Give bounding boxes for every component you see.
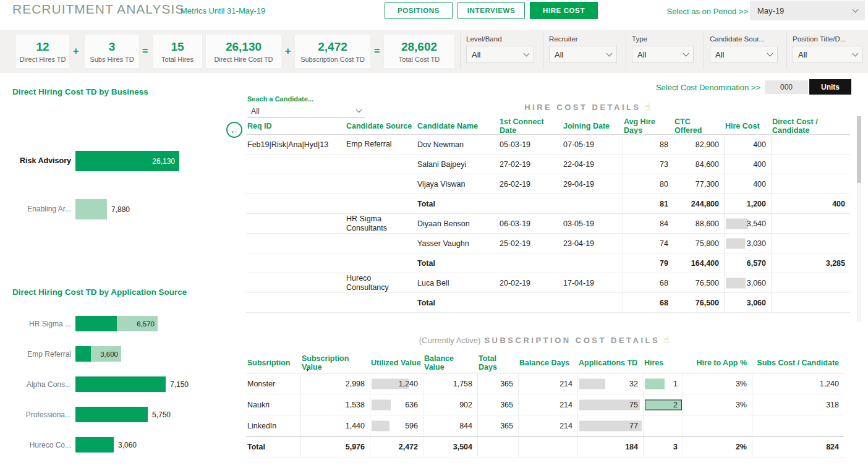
cell: 77,300 (673, 174, 724, 193)
type-dropdown[interactable]: All (632, 46, 694, 63)
bar-segment: 3,600 (91, 346, 121, 362)
table-row[interactable]: Salani Bajpeyi 27-02-19 22-04-19 73 84,6… (246, 155, 850, 174)
chevron-down-icon (606, 50, 613, 56)
table-row[interactable]: LinkedIn 1,440 596 844 365 214 77 (246, 415, 844, 436)
tab-interviews[interactable]: INTERVIEWS (457, 2, 525, 19)
kpi-label: Subs Hires TD (90, 56, 134, 63)
cell: 22-04-19 (562, 155, 623, 174)
cell: 3% (683, 394, 752, 415)
tab-hire-cost[interactable]: HIRE COST (530, 2, 598, 19)
bar-label-hureco: Hureco Co... (6, 441, 71, 449)
bar-label-hr-sigma: HR Sigma ... (6, 320, 71, 328)
col-header-avg-hire-days[interactable]: Avg Hire Days (623, 117, 673, 134)
cell: 77 (577, 415, 643, 436)
table-row[interactable]: HR Sigma Consultants Diyaan Benson 06-03… (246, 214, 850, 234)
table-row[interactable]: Feb19|Risk|Ana|Hyd|13 Emp Referral Dov N… (246, 135, 850, 155)
bar-professional[interactable]: 5,750 (75, 407, 171, 422)
cell: 1,440 (300, 415, 370, 436)
bar-enabling[interactable]: 7,880 (75, 199, 130, 219)
cell: Hureco Consultancy (345, 273, 416, 292)
col-header-direct-cost[interactable]: Direct Cost / Candidate (771, 117, 850, 134)
cell: 164,400 (673, 253, 724, 273)
col-header-hires[interactable]: Hires (643, 352, 683, 373)
candidate-source-dropdown[interactable]: All (710, 46, 778, 63)
col-header-balance-value[interactable]: Balance Value (423, 352, 477, 373)
table-row[interactable]: Yasser Vaughn 25-02-19 23-04-19 74 75,80… (246, 234, 850, 253)
kpi-value: 15 (171, 40, 184, 54)
level-band-dropdown[interactable]: All (466, 46, 534, 63)
filter-value: All (472, 50, 480, 59)
col-header-hire-cost[interactable]: Hire Cost (724, 117, 771, 134)
cell: 902 (423, 394, 477, 415)
filter-label: Recruiter (549, 35, 617, 43)
col-header-joining-date[interactable]: Joining Date (562, 117, 623, 134)
cell: 824 (752, 437, 844, 457)
col-header-subs-cost[interactable]: Subs Cost / Candidate (752, 352, 844, 373)
bar-value: 3,060 (118, 441, 137, 449)
tab-positions[interactable]: POSITIONS (385, 2, 453, 19)
col-header-balance-days[interactable]: Balance Days (518, 352, 577, 373)
bar-hr-sigma[interactable]: 6,570 (75, 316, 158, 331)
bar-value: 7,150 (170, 380, 189, 389)
table-row[interactable]: Vijaya Viswan 26-02-19 29-04-19 80 77,30… (246, 174, 850, 194)
cell (246, 174, 345, 193)
cell: 1,240 (752, 373, 844, 394)
filter-position-title: Position Title/D... All (793, 35, 863, 63)
table-row[interactable]: Monster 2,998 1,240 1,758 365 214 32 1 3… (246, 373, 844, 394)
col-header-applications-td[interactable]: Applications TD (577, 352, 643, 373)
denomination-000-button[interactable]: 000 (765, 80, 808, 94)
drill-back-button[interactable]: ← (226, 122, 242, 138)
cell: 88,600 (673, 214, 724, 233)
cell (246, 273, 345, 292)
col-header-total-days[interactable]: Total Days (477, 352, 518, 373)
col-header-req-id[interactable]: Req ID (246, 117, 345, 134)
bar-label-professional: Professiona... (6, 410, 71, 419)
bar-segment (75, 407, 148, 422)
col-header-hire-to-app[interactable]: Hire to App % (683, 352, 752, 373)
chevron-down-icon (356, 107, 362, 113)
cell: 365 (477, 415, 518, 436)
cell: 636 (370, 394, 423, 415)
kpi-value: 26,130 (226, 40, 262, 54)
cell (518, 437, 577, 457)
chart-app-source-title: Direct Hiring Cost TD by Application Sou… (12, 287, 187, 297)
search-candidate-dropdown[interactable]: All (247, 104, 365, 118)
cell: 3,540 (724, 214, 771, 233)
data-bar (726, 278, 746, 288)
page-title: RECRUITMENT ANALYSIS (12, 2, 184, 17)
kpi-label: Direct Hires TD (20, 56, 66, 63)
bar-alpha[interactable]: 7,150 (75, 376, 189, 392)
bar-emp-referral[interactable]: 3,600 (75, 346, 121, 362)
period-selector-label: Select as on Period >> (637, 7, 748, 16)
col-header-connect-date[interactable]: 1st Connect Date (498, 117, 562, 134)
scrollbar-thumb[interactable] (857, 116, 861, 183)
bar-risk-advisory[interactable]: 26,130 (75, 151, 179, 171)
bar-value: 5,750 (152, 410, 171, 419)
denomination-units-button[interactable]: Units (809, 79, 851, 95)
col-header-utilized-value[interactable]: Utilized Value (370, 352, 423, 373)
cell (345, 234, 416, 253)
col-header-candidate-source[interactable]: Candidate Source (345, 117, 416, 134)
period-dropdown[interactable]: May-19 (750, 1, 865, 20)
position-title-dropdown[interactable]: All (793, 46, 863, 63)
table-row[interactable]: Naukri 1,538 636 902 365 214 75 2 3% 318 (246, 394, 844, 415)
col-header-ctc-offered[interactable]: CTC Offered (673, 117, 724, 134)
table-total-row: Total 81 244,800 1,200 400 (246, 194, 850, 214)
cell: 06-03-19 (498, 214, 562, 233)
bar-hureco[interactable]: 3,060 (75, 437, 137, 453)
cell: 80 (623, 174, 673, 193)
data-bar (372, 420, 389, 431)
col-header-subscription[interactable]: Subsription (246, 352, 300, 373)
hire-cost-section-title: HIRE COST DETAILS☝ (433, 101, 742, 113)
col-header-subscription-value[interactable]: Subscription Value▼ (300, 352, 370, 373)
cell: 3,504 (423, 437, 477, 457)
cell: 25-02-19 (498, 234, 562, 253)
table-row[interactable]: Hureco Consultancy Luca Bell 20-02-19 17… (246, 273, 850, 293)
filter-value: All (798, 50, 807, 59)
cell: 20-02-19 (498, 273, 562, 292)
cell (562, 253, 623, 273)
filter-recruiter: Recruiter All (549, 35, 617, 63)
recruiter-dropdown[interactable]: All (549, 46, 617, 63)
bar-segment (75, 316, 117, 331)
col-header-candidate-name[interactable]: Candidate Name (416, 117, 498, 134)
